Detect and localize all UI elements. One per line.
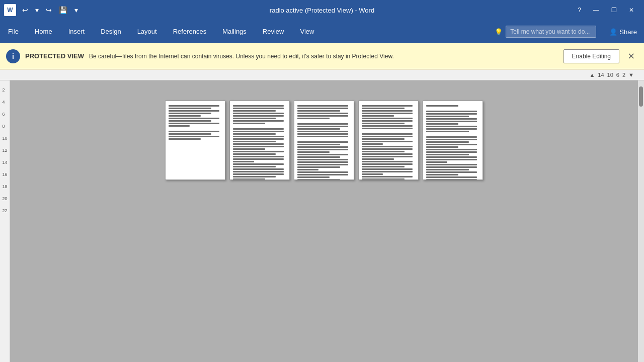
tab-home[interactable]: Home	[27, 20, 60, 43]
quick-access-button[interactable]: ▾	[71, 4, 81, 16]
tab-layout[interactable]: Layout	[129, 20, 165, 43]
ruler-num-14: 14	[598, 72, 604, 78]
tab-file[interactable]: File	[0, 20, 27, 43]
restore-button[interactable]: ❐	[605, 0, 623, 20]
enable-editing-button[interactable]: Enable Editing	[564, 49, 619, 63]
share-icon: 👤	[609, 28, 617, 36]
minimize-button[interactable]: —	[587, 0, 605, 20]
ruler-numbers: ▲ 14 10 6 2 ▼	[589, 72, 634, 78]
ruler-num-2: 2	[622, 72, 625, 78]
window-title: radio active (Protected View) - Word	[270, 7, 374, 14]
word-logo: W	[4, 4, 16, 16]
undo-dropdown[interactable]: ▾	[32, 4, 42, 16]
tab-mailings[interactable]: Mailings	[214, 20, 255, 43]
undo-button[interactable]: ↩	[19, 4, 31, 16]
help-button[interactable]: ?	[572, 0, 587, 20]
vertical-scrollbar[interactable]	[638, 80, 644, 362]
ribbon: File Home Insert Design Layout Reference…	[0, 20, 644, 43]
pages-row	[165, 101, 483, 180]
banner-label: PROTECTED VIEW	[25, 52, 84, 60]
page-1	[165, 101, 225, 180]
tab-review[interactable]: Review	[255, 20, 292, 43]
share-label: Share	[619, 28, 637, 36]
document-area	[10, 80, 638, 362]
undo-redo-group: ↩ ▾ ↪ 💾 ▾	[19, 4, 81, 16]
ruler-num-10: 10	[607, 72, 613, 78]
ribbon-search-area: 💡	[489, 20, 602, 43]
protected-view-banner: i PROTECTED VIEW Be careful—files from t…	[0, 43, 644, 69]
title-bar: W ↩ ▾ ↪ 💾 ▾ radio active (Protected View…	[0, 0, 644, 20]
ruler-num-6: 6	[616, 72, 619, 78]
horizontal-ruler: ▲ 14 10 6 2 ▼	[0, 69, 644, 80]
redo-button[interactable]: ↪	[43, 4, 55, 16]
page-3	[294, 101, 354, 180]
page-2	[229, 101, 290, 180]
search-input[interactable]	[506, 26, 596, 38]
share-button[interactable]: 👤 Share	[602, 20, 644, 43]
tab-references[interactable]: References	[165, 20, 214, 43]
tab-view[interactable]: View	[292, 20, 322, 43]
content-area: 2 4 6 8 10 12 14 16 18 20 22	[0, 80, 644, 362]
vertical-ruler-numbers: 2 4 6 8 10 12 14 16 18 20 22	[2, 87, 7, 213]
title-bar-left: W ↩ ▾ ↪ 💾 ▾	[4, 4, 81, 16]
scroll-thumb[interactable]	[639, 86, 643, 107]
page-4	[358, 101, 419, 180]
page-5	[423, 101, 483, 180]
tab-design[interactable]: Design	[93, 20, 129, 43]
ruler-down-arrow: ▼	[628, 72, 634, 78]
banner-message: Be careful—files from the Internet can c…	[89, 53, 558, 60]
banner-info-icon: i	[6, 49, 20, 63]
tab-insert[interactable]: Insert	[60, 20, 93, 43]
close-button[interactable]: ✕	[623, 0, 640, 20]
window-controls: ? — ❐ ✕	[572, 0, 640, 20]
banner-close-button[interactable]: ✕	[624, 51, 638, 62]
vertical-ruler: 2 4 6 8 10 12 14 16 18 20 22	[0, 80, 10, 362]
ruler-up-arrow: ▲	[589, 72, 595, 78]
save-button[interactable]: 💾	[56, 4, 70, 16]
